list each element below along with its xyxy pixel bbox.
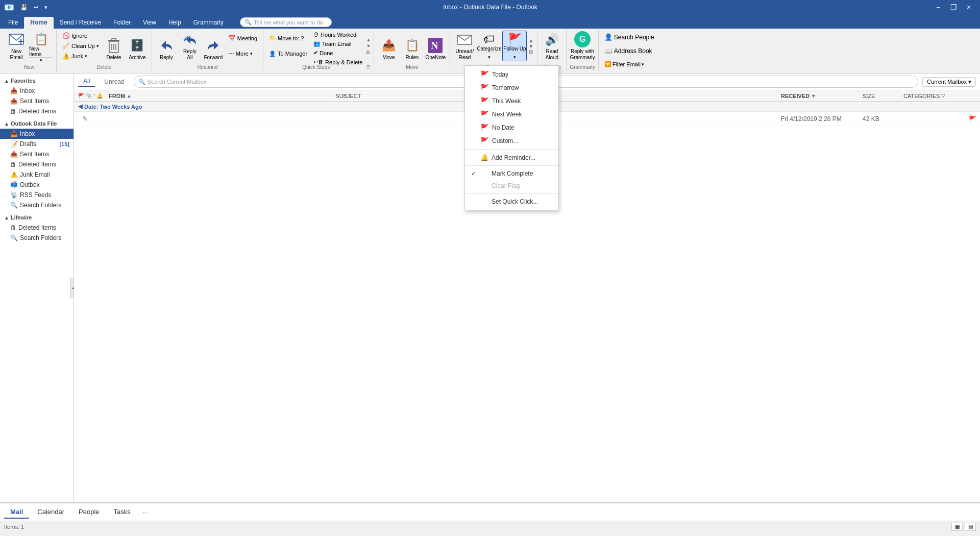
sidebar-collapse-button[interactable]: ◀ — [70, 278, 74, 298]
lifewire-header[interactable]: ▲ Lifewire — [0, 212, 74, 223]
drafts-label: Drafts — [20, 140, 36, 148]
more-respond-label: More — [236, 51, 249, 57]
tab-all[interactable]: All — [78, 77, 95, 87]
delete-button[interactable]: Delete — [103, 31, 125, 61]
tags-scroll-down[interactable]: ▼ — [528, 43, 534, 49]
new-items-dropdown-arrow[interactable]: ▾ — [29, 57, 53, 63]
current-mailbox-filter[interactable]: Current Mailbox ▾ — [922, 77, 976, 87]
forward-button[interactable]: Forward — [202, 31, 225, 61]
read-aloud-label: Read Aloud — [542, 48, 561, 61]
tab-file[interactable]: File — [2, 17, 24, 29]
sidebar-item-favorites-sent[interactable]: 📤 Sent Items — [0, 96, 74, 106]
junk-button[interactable]: ⚠️ Junk ▾ — [60, 52, 102, 61]
nav-more[interactable]: ··· — [139, 506, 153, 518]
separator-2 — [465, 165, 558, 166]
move-button[interactable]: 📤 Move — [377, 31, 400, 61]
sidebar-item-lifewire-search[interactable]: 🔍 Search Folders — [0, 233, 74, 243]
restore-btn[interactable]: ❐ — [946, 2, 961, 13]
hours-worked-button[interactable]: ⏱ Hours Worked — [311, 31, 365, 39]
col-from[interactable]: FROM ▲ — [105, 93, 331, 99]
normal-view-btn[interactable]: ▦ — [951, 523, 963, 531]
nav-calendar[interactable]: Calendar — [31, 506, 70, 519]
menu-item-this-week[interactable]: 🚩 This Week — [465, 94, 558, 108]
qa-customize-btn[interactable]: ▾ — [42, 3, 50, 12]
address-book-icon: 📖 — [604, 47, 612, 55]
read-aloud-button[interactable]: 🔊 Read Aloud — [541, 31, 563, 61]
menu-item-today[interactable]: 🚩 Today — [465, 68, 558, 81]
reply-all-button[interactable]: Reply All — [179, 31, 201, 61]
categories-filter-icon: ▽ — [941, 93, 945, 99]
close-btn[interactable]: × — [962, 2, 976, 13]
sidebar-item-inbox[interactable]: 📥 Inbox — [0, 129, 74, 139]
menu-item-tomorrow[interactable]: 🚩 Tomorrow — [465, 81, 558, 94]
cleanup-button[interactable]: 🧹 Clean Up ▾ — [60, 41, 102, 51]
reply-grammarly-button[interactable]: G Reply with Grammarly — [571, 31, 594, 61]
follow-up-button[interactable]: 🚩 Follow Up ▾ — [502, 31, 527, 61]
outlook-data-header[interactable]: ▲ Outlook Data File — [0, 118, 74, 129]
menu-item-custom[interactable]: 🚩 Custom... — [465, 134, 558, 148]
meeting-button[interactable]: 📅 Meeting — [226, 34, 260, 43]
archive-button[interactable]: 🗄️ Archive — [126, 31, 149, 61]
quick-steps-dialog-btn[interactable]: ⊡ — [366, 64, 371, 69]
menu-item-set-quick-click[interactable]: Set Quick Click... — [465, 196, 558, 208]
sidebar-item-favorites-deleted[interactable]: 🗑 Deleted Items — [0, 106, 74, 116]
qa-save-btn[interactable]: 💾 — [18, 3, 30, 12]
reply-button[interactable]: Reply — [155, 31, 178, 61]
sidebar-item-outbox[interactable]: 📫 Outbox — [0, 180, 74, 190]
unread-read-icon — [456, 31, 473, 47]
tab-help[interactable]: Help — [162, 17, 187, 29]
sidebar-item-drafts[interactable]: 📝 Drafts [15] — [0, 139, 74, 149]
tab-folder[interactable]: Folder — [107, 17, 137, 29]
search-people-button[interactable]: 👤 Search People — [602, 32, 657, 42]
ignore-button[interactable]: 🚫 Ignore — [60, 31, 102, 40]
group-label: Date: Two Weeks Ago — [84, 104, 142, 110]
minimize-btn[interactable]: − — [931, 2, 945, 13]
team-email-button[interactable]: 👥 Team Email — [311, 39, 365, 48]
tab-home[interactable]: Home — [24, 17, 53, 29]
favorites-header[interactable]: ▲ Favorites — [0, 76, 74, 86]
sidebar-item-sent[interactable]: 📤 Sent Items — [0, 149, 74, 159]
tags-scroll-up[interactable]: ▲ — [528, 38, 534, 43]
new-email-button[interactable]: New Email — [5, 31, 28, 61]
bell-icon: 🔔 — [480, 154, 488, 161]
tab-send-receive[interactable]: Send / Receive — [54, 17, 107, 29]
nav-mail[interactable]: Mail — [4, 506, 29, 519]
follow-up-dropdown-arrow[interactable]: ▾ — [503, 53, 526, 61]
menu-item-clear-flag[interactable]: Clear Flag — [465, 180, 558, 192]
menu-item-next-week[interactable]: 🚩 Next Week — [465, 108, 558, 121]
quick-to-manager-button[interactable]: 👤 To Manager — [266, 49, 310, 58]
tell-me-bar[interactable]: 🔍 Tell me what you want to do — [240, 17, 332, 27]
categorize-dropdown-arrow[interactable]: ▾ — [477, 53, 501, 61]
reading-view-btn[interactable]: ▤ — [965, 523, 976, 531]
quick-move-to-button[interactable]: 📁 Move to: ? — [266, 34, 310, 43]
col-received[interactable]: RECEIVED ▼ — [781, 93, 863, 99]
nav-people[interactable]: People — [72, 506, 105, 519]
flag-today-icon: 🚩 — [480, 70, 489, 79]
col-categories[interactable]: CATEGORIES ▽ — [903, 93, 965, 99]
unread-read-button[interactable]: Unread/ Read — [453, 31, 476, 61]
menu-item-add-reminder[interactable]: 🔔 Add Reminder... — [465, 151, 558, 164]
address-book-button[interactable]: 📖 Address Book — [602, 45, 655, 56]
menu-item-no-date[interactable]: 🚩 No Date — [465, 121, 558, 134]
tab-view[interactable]: View — [137, 17, 162, 29]
menu-item-mark-complete[interactable]: ✓ Mark Complete — [465, 167, 558, 180]
new-items-button[interactable]: 📋 New Items ▾ — [29, 31, 53, 61]
filter-email-button[interactable]: 🔽 Filter Email ▾ — [602, 60, 647, 69]
tab-grammarly[interactable]: Grammarly — [187, 17, 230, 29]
sidebar-item-search-folders[interactable]: 🔍 Search Folders — [0, 200, 74, 210]
tab-unread[interactable]: Unread — [99, 77, 129, 86]
sidebar-item-favorites-inbox[interactable]: 📥 Inbox — [0, 86, 74, 96]
nav-tasks[interactable]: Tasks — [108, 506, 137, 519]
more-respond-button[interactable]: ⋯ More ▾ — [226, 49, 260, 58]
grammarly-icon: G — [574, 31, 591, 47]
tags-expand[interactable]: ⊞ — [528, 49, 534, 55]
categorize-button[interactable]: 🏷 Categorize ▾ — [477, 31, 501, 61]
onenote-button[interactable]: N OneNote — [424, 31, 447, 61]
sidebar-item-rss[interactable]: 📡 RSS Feeds — [0, 190, 74, 200]
qa-undo-btn[interactable]: ↩ — [32, 3, 40, 12]
sidebar-item-lifewire-deleted[interactable]: 🗑 Deleted Items — [0, 223, 74, 233]
rules-button[interactable]: 📋 Rules — [401, 31, 423, 61]
sidebar-item-deleted[interactable]: 🗑 Deleted Items — [0, 159, 74, 169]
done-button[interactable]: ✔ Done — [311, 48, 365, 57]
sidebar-item-junk[interactable]: ⚠️ Junk Email — [0, 169, 74, 180]
